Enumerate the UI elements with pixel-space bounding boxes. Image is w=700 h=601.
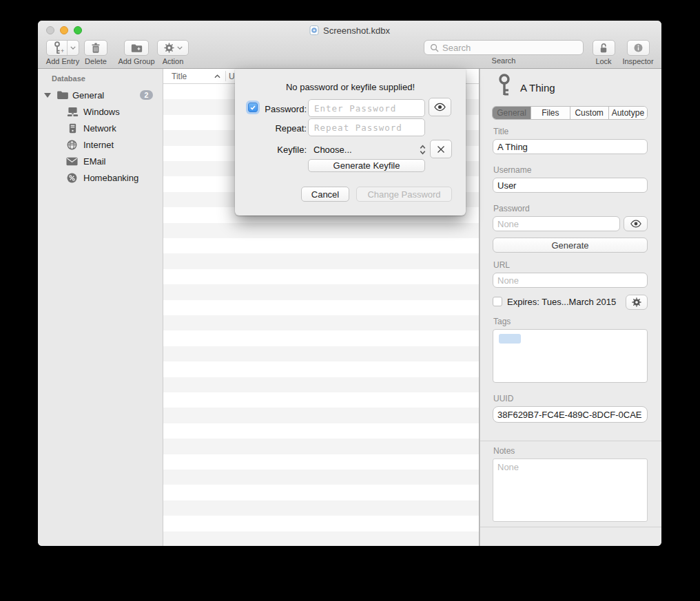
tab-files[interactable]: Files bbox=[531, 107, 570, 119]
reveal-password-button[interactable] bbox=[429, 98, 451, 116]
column-divider[interactable] bbox=[225, 71, 226, 81]
change-password-button[interactable]: Change Password bbox=[356, 187, 452, 202]
tags-field-label: Tags bbox=[493, 317, 511, 326]
notes-field-label: Notes bbox=[493, 446, 515, 456]
change-password-sheet: No password or keyfile supplied! Passwor… bbox=[235, 69, 466, 215]
uuid-field-label: UUID bbox=[493, 394, 513, 403]
generate-keyfile-button[interactable]: Generate Keyfile bbox=[308, 159, 425, 172]
password-field-label: Password bbox=[493, 204, 530, 213]
keyfile-popup[interactable]: Choose... bbox=[308, 140, 426, 158]
sidebar-item-windows[interactable]: Windows bbox=[38, 103, 163, 120]
key-plus-icon: + bbox=[47, 41, 67, 55]
notes-field[interactable] bbox=[493, 458, 648, 522]
search-input[interactable] bbox=[442, 43, 577, 53]
sidebar-item-general[interactable]: General 2 bbox=[38, 87, 163, 103]
document-icon bbox=[309, 25, 319, 35]
column-header-title[interactable]: Title bbox=[172, 72, 187, 81]
uuid-field[interactable] bbox=[493, 406, 648, 423]
add-group-label: Add Group bbox=[118, 57, 154, 65]
percent-icon bbox=[67, 173, 77, 183]
inspector-tabs: General Files Custom Autotype bbox=[492, 106, 648, 120]
titlebar: Screenshot.kdbx bbox=[38, 21, 661, 40]
server-icon bbox=[68, 123, 77, 134]
column-header-username[interactable]: U bbox=[229, 72, 235, 81]
chevron-up-icon bbox=[214, 74, 220, 78]
password-label: Password: bbox=[260, 104, 307, 114]
username-field[interactable] bbox=[493, 178, 648, 193]
add-entry-button[interactable]: + bbox=[46, 40, 79, 56]
sidebar-item-network[interactable]: Network bbox=[38, 120, 163, 136]
section-divider bbox=[480, 441, 661, 441]
toolbar-item-delete: Delete bbox=[83, 40, 108, 65]
sheet-message: No password or keyfile supplied! bbox=[235, 82, 466, 92]
inspector-button[interactable] bbox=[627, 40, 650, 56]
tags-box[interactable] bbox=[493, 329, 648, 383]
entry-count-badge: 2 bbox=[140, 90, 153, 100]
generate-password-button[interactable]: Generate bbox=[493, 238, 648, 253]
trash-icon bbox=[91, 43, 101, 54]
sidebar-item-internet[interactable]: Internet bbox=[38, 136, 163, 153]
chevron-down-icon bbox=[177, 46, 183, 50]
tab-custom[interactable]: Custom bbox=[570, 107, 609, 119]
info-icon bbox=[633, 43, 644, 53]
toolbar-item-add-group: Add Group bbox=[116, 40, 156, 65]
clear-keyfile-button[interactable] bbox=[430, 140, 452, 158]
chevron-down-icon[interactable] bbox=[67, 41, 79, 55]
repeat-label: Repeat: bbox=[260, 123, 307, 134]
password-field[interactable] bbox=[493, 216, 620, 231]
sidebar-item-label: Homebanking bbox=[83, 173, 138, 183]
inspector-label: Inspector bbox=[622, 57, 653, 65]
url-field[interactable] bbox=[493, 273, 648, 288]
disclosure-triangle-icon[interactable] bbox=[44, 93, 51, 98]
url-field-label: URL bbox=[493, 260, 510, 270]
tab-general[interactable]: General bbox=[493, 107, 531, 119]
title-field[interactable] bbox=[493, 139, 648, 154]
gear-icon bbox=[632, 297, 641, 307]
expires-checkbox[interactable] bbox=[493, 297, 502, 306]
sidebar-item-email[interactable]: EMail bbox=[38, 153, 163, 169]
x-icon bbox=[437, 145, 445, 154]
toolbar-item-inspector: Inspector bbox=[621, 40, 655, 65]
action-label: Action bbox=[163, 57, 184, 65]
title-field-label: Title bbox=[493, 127, 508, 136]
checkmark-icon bbox=[249, 104, 256, 111]
magnifier-icon bbox=[430, 43, 439, 52]
app-window: Screenshot.kdbx + Add Entry bbox=[38, 21, 661, 546]
search-label: Search bbox=[492, 56, 516, 65]
toolbar-item-add-entry: + Add Entry bbox=[45, 40, 81, 65]
toolbar-item-search: Search bbox=[424, 40, 584, 65]
tab-autotype[interactable]: Autotype bbox=[609, 107, 647, 119]
sidebar-item-label: EMail bbox=[83, 156, 106, 167]
toolbar-item-lock: Lock bbox=[591, 40, 616, 65]
action-button[interactable] bbox=[157, 40, 189, 56]
username-field-label: Username bbox=[493, 165, 531, 175]
gear-icon bbox=[164, 43, 174, 53]
search-box[interactable] bbox=[424, 40, 584, 55]
envelope-icon bbox=[66, 157, 78, 166]
reveal-password-button[interactable] bbox=[624, 216, 648, 231]
password-checkbox[interactable] bbox=[248, 103, 258, 112]
new-password-input[interactable] bbox=[308, 99, 425, 117]
lock-button[interactable] bbox=[593, 40, 615, 56]
up-down-chevrons-icon bbox=[420, 145, 426, 155]
eye-icon bbox=[433, 103, 446, 112]
sidebar-item-homebanking[interactable]: Homebanking bbox=[38, 169, 163, 186]
delete-button[interactable] bbox=[84, 40, 107, 56]
lock-label: Lock bbox=[595, 57, 611, 65]
inspector-panel: A Thing General Files Custom Autotype Ti… bbox=[480, 69, 661, 546]
expires-options-button[interactable] bbox=[626, 295, 648, 310]
add-entry-label: Add Entry bbox=[46, 57, 79, 65]
sidebar-item-label: Windows bbox=[83, 107, 120, 117]
window-title-area: Screenshot.kdbx bbox=[38, 21, 661, 40]
folder-icon bbox=[56, 90, 69, 100]
tag-pill[interactable] bbox=[499, 334, 521, 344]
keyfile-popup-value: Choose... bbox=[308, 145, 352, 155]
sidebar-header: Database bbox=[52, 74, 85, 83]
repeat-password-input[interactable] bbox=[308, 118, 425, 136]
cancel-button[interactable]: Cancel bbox=[301, 187, 349, 202]
add-group-button[interactable] bbox=[124, 40, 149, 56]
sidebar-item-label: General bbox=[72, 90, 104, 101]
padlock-open-icon bbox=[599, 43, 608, 54]
folder-plus-icon bbox=[131, 43, 143, 53]
entry-title: A Thing bbox=[520, 82, 555, 94]
